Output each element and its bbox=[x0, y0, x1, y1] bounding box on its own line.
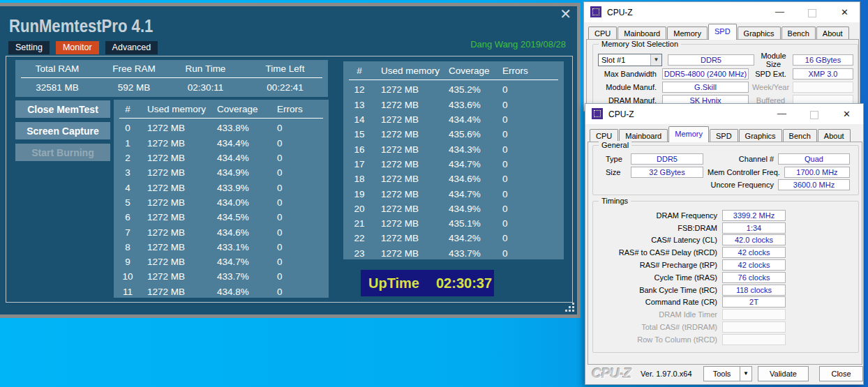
close-icon[interactable]: ✕ bbox=[560, 6, 571, 22]
tab-spd[interactable]: SPD bbox=[708, 24, 737, 40]
table-cell: 4 bbox=[114, 183, 142, 193]
cpuz-tab-bar: CPUMainboardMemorySPDGraphicsBenchAbout bbox=[588, 24, 850, 40]
table-cell: 1272 MB bbox=[142, 227, 211, 238]
tab-memory[interactable]: Memory bbox=[668, 126, 709, 142]
table-cell: 18 bbox=[343, 174, 375, 184]
table-cell: 22 bbox=[343, 233, 375, 243]
table-cell: 433.8% bbox=[211, 123, 271, 133]
table-cell: # bbox=[343, 66, 375, 76]
table-cell: # bbox=[114, 104, 142, 114]
maximize-icon[interactable] bbox=[808, 9, 816, 17]
field-row: CAS# Latency (CL)42.0 clocks bbox=[597, 234, 786, 247]
tab-about[interactable]: About bbox=[816, 26, 849, 40]
close-icon[interactable]: ✕ bbox=[843, 109, 851, 119]
table-cell: 0 bbox=[497, 204, 564, 214]
table-row: 121272 MB435.2%0 bbox=[343, 82, 564, 97]
close-icon[interactable]: ✕ bbox=[841, 7, 848, 17]
tab-advanced[interactable]: Advanced bbox=[105, 41, 158, 54]
table-cell: 0 bbox=[497, 144, 564, 155]
table-row: 01272 MB433.8%0 bbox=[114, 121, 329, 135]
module-manuf-field: G.Skill bbox=[662, 82, 749, 93]
table-cell: 0 bbox=[497, 84, 564, 95]
divider bbox=[21, 77, 322, 78]
table-cell: Used memory bbox=[142, 104, 211, 114]
spd-ext-field: XMP 3.0 bbox=[793, 68, 853, 79]
minimize-icon[interactable]: — bbox=[777, 108, 786, 119]
group-title: Memory Slot Selection bbox=[599, 40, 681, 48]
table-cell: 0 bbox=[497, 100, 564, 110]
table-cell: 20 bbox=[343, 204, 375, 214]
field-value: 42.0 clocks bbox=[722, 234, 786, 245]
memtest-tab-bar: SettingMonitorAdvanced bbox=[8, 41, 164, 54]
field-label: Cycle Time (tRAS) bbox=[597, 273, 722, 282]
table-cell: 434.7% bbox=[443, 159, 497, 169]
tab-monitor[interactable]: Monitor bbox=[56, 41, 99, 54]
tab-bench[interactable]: Bench bbox=[781, 26, 816, 40]
tools-dropdown-arrow-icon[interactable]: ▼ bbox=[740, 366, 752, 381]
tab-graphics[interactable]: Graphics bbox=[738, 26, 781, 40]
table-row: 101272 MB433.7%0 bbox=[114, 269, 329, 284]
table-row: 181272 MB434.6%0 bbox=[343, 172, 564, 186]
tab-about[interactable]: About bbox=[818, 129, 851, 143]
table-row: 81272 MB433.1%0 bbox=[114, 240, 329, 255]
footer-bar: CPU-Z Ver. 1.97.0.x64 Tools ▼ Validate C… bbox=[585, 363, 863, 384]
table-cell: 0 bbox=[497, 248, 564, 259]
table-cell: 0 bbox=[271, 212, 329, 222]
table-cell: 7 bbox=[114, 227, 142, 238]
maximize-icon[interactable] bbox=[810, 111, 818, 119]
tab-bench[interactable]: Bench bbox=[783, 129, 817, 143]
minimize-icon[interactable]: — bbox=[775, 6, 784, 17]
table-cell: 1272 MB bbox=[142, 138, 211, 149]
memory-slot-selection-group: Memory Slot Selection Slot #1 ▼ DDR5 Mod… bbox=[592, 44, 858, 112]
table-cell: 433.7% bbox=[211, 271, 271, 282]
table-cell: Coverage bbox=[211, 104, 271, 114]
field-row: Bank Cycle Time (tRC)118 clocks bbox=[597, 284, 786, 296]
table-cell: 1272 MB bbox=[142, 287, 211, 297]
table-cell: 434.9% bbox=[211, 167, 271, 178]
general-group: General TypeDDR5Size32 GBytes Channel #Q… bbox=[592, 145, 859, 195]
table-row: #Used memoryCoverageErrors bbox=[343, 63, 564, 78]
field-value: 32 GBytes bbox=[631, 167, 703, 178]
titlebar[interactable]: CPU-Z — ✕ bbox=[584, 2, 860, 22]
field-row: DRAM Idle Timer bbox=[597, 308, 786, 321]
titlebar[interactable]: CPU-Z — ✕ bbox=[585, 104, 863, 124]
table-cell: 434.3% bbox=[443, 144, 497, 155]
table-cell: 433.9% bbox=[211, 183, 271, 193]
window-title: CPU-Z bbox=[608, 109, 634, 119]
tab-setting[interactable]: Setting bbox=[8, 41, 50, 54]
tab-spd[interactable]: SPD bbox=[710, 129, 738, 143]
tab-page: General TypeDDR5Size32 GBytes Channel #Q… bbox=[588, 142, 862, 365]
field-label: Mem Controller Freq. bbox=[708, 168, 784, 176]
tab-cpu[interactable]: CPU bbox=[588, 26, 617, 40]
tools-button[interactable]: Tools bbox=[703, 366, 740, 381]
table-cell: 434.4% bbox=[211, 138, 271, 149]
close-memtest-button[interactable]: Close MemTest bbox=[15, 100, 110, 118]
summary-header: Total RAMFree RAMRun TimeTime Left bbox=[15, 61, 328, 76]
table-cell: 0 bbox=[271, 123, 329, 133]
table-row: 231272 MB433.7%0 bbox=[343, 246, 564, 261]
table-cell: 1272 MB bbox=[375, 233, 443, 243]
summary-table: Total RAMFree RAMRun TimeTime Left 32581… bbox=[15, 60, 328, 97]
tab-memory[interactable]: Memory bbox=[667, 26, 708, 40]
table-cell: 1272 MB bbox=[142, 197, 211, 208]
table-cell: 434.7% bbox=[211, 257, 271, 267]
table-cell: 12 bbox=[343, 84, 375, 95]
field-label: RAS# to CAS# Delay (tRCD) bbox=[597, 248, 722, 257]
close-button[interactable]: Close bbox=[819, 366, 863, 381]
table-cell: 0 bbox=[271, 287, 329, 297]
table-cell: 1272 MB bbox=[142, 123, 211, 133]
screen-capture-button[interactable]: Screen Capture bbox=[15, 122, 110, 139]
table-cell: 1272 MB bbox=[375, 144, 443, 155]
table-cell: 435.6% bbox=[443, 129, 497, 139]
tab-graphics[interactable]: Graphics bbox=[739, 129, 782, 143]
memory-slot-select[interactable]: Slot #1 ▼ bbox=[598, 54, 662, 66]
table-row: #Used memoryCoverageErrors bbox=[114, 102, 329, 116]
table-cell: 0 bbox=[271, 227, 329, 238]
desktop: RunMemtestPro 4.1 ✕ SettingMonitorAdvanc… bbox=[0, 0, 868, 387]
table-cell: 16 bbox=[343, 144, 375, 155]
resize-grip[interactable] bbox=[565, 303, 575, 312]
validate-button[interactable]: Validate bbox=[758, 366, 809, 381]
tab-mainboard[interactable]: Mainboard bbox=[618, 26, 666, 40]
table-row: 21272 MB434.4%0 bbox=[114, 151, 329, 165]
field-row: Channel #Quad bbox=[708, 153, 850, 166]
